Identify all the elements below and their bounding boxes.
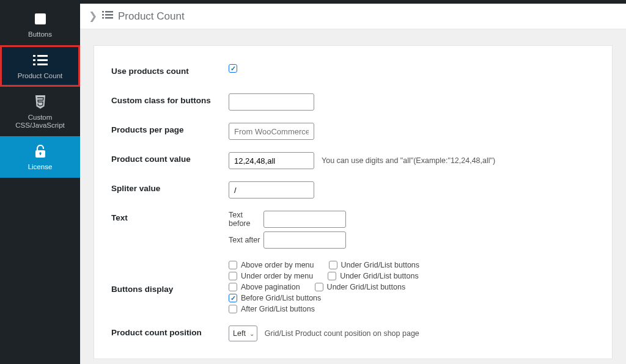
checkbox-label: Above pagination bbox=[241, 283, 300, 291]
sidebar: Buttons Product Count Custom CSS/JavaScr… bbox=[0, 0, 80, 364]
page-title: Product Count bbox=[118, 10, 185, 23]
label-text-before: Text before bbox=[229, 211, 263, 228]
label-spliter: Spliter value bbox=[111, 181, 229, 193]
select-position[interactable]: Left ⌄ bbox=[229, 326, 257, 341]
checkbox-display-2[interactable] bbox=[229, 272, 237, 280]
input-text-before[interactable] bbox=[263, 211, 346, 228]
checkbox-label: Under Grid/List buttons bbox=[341, 261, 420, 269]
sidebar-item-label: Product Count bbox=[18, 72, 63, 81]
row-use-products-count: Use products count bbox=[111, 64, 595, 82]
row-spliter: Spliter value bbox=[111, 181, 595, 200]
row-buttons-display: Buttons display Above order by menu Unde… bbox=[111, 261, 595, 315]
label-text-after: Text after bbox=[229, 236, 263, 244]
checkbox-display-3[interactable] bbox=[328, 272, 336, 280]
row-custom-class: Custom class for buttons bbox=[111, 93, 595, 112]
checkbox-display-5[interactable] bbox=[315, 283, 323, 291]
select-value: Left bbox=[233, 329, 246, 338]
svg-rect-4 bbox=[37, 59, 48, 61]
buttons-icon bbox=[32, 11, 48, 27]
sidebar-item-label: License bbox=[28, 163, 53, 172]
unlock-icon bbox=[32, 144, 48, 159]
hint-count-value: You can use digits and "all"(Example:"12… bbox=[322, 156, 495, 165]
label-position: Product count position bbox=[111, 326, 229, 337]
input-text-after[interactable] bbox=[263, 231, 346, 249]
main-area: ❯ Product Count Use products count Custo… bbox=[80, 0, 626, 364]
label-count-value: Product count value bbox=[111, 152, 229, 164]
checkbox-label: Under Grid/List buttons bbox=[327, 283, 406, 291]
hint-position: Grid/List Product count position on shop… bbox=[265, 329, 419, 338]
svg-rect-12 bbox=[102, 14, 104, 16]
row-text: Text Text before Text after bbox=[111, 211, 595, 250]
chevron-down-icon: ⌄ bbox=[249, 330, 254, 337]
row-count-value: Product count value You can use digits a… bbox=[111, 152, 595, 170]
app-root: Buttons Product Count Custom CSS/JavaScr… bbox=[0, 0, 626, 364]
css-icon bbox=[32, 94, 48, 110]
checkbox-display-0[interactable] bbox=[229, 261, 237, 269]
sidebar-item-buttons[interactable]: Buttons bbox=[0, 4, 80, 45]
checkbox-label: Under order by menu bbox=[241, 272, 313, 280]
checkbox-display-6[interactable] bbox=[229, 294, 237, 302]
checkbox-label: Above order by menu bbox=[241, 261, 314, 269]
top-bar bbox=[0, 0, 626, 4]
svg-rect-5 bbox=[33, 64, 35, 65]
input-per-page[interactable] bbox=[229, 123, 314, 140]
svg-rect-10 bbox=[102, 11, 104, 13]
label-text: Text bbox=[111, 211, 229, 222]
label-per-page: Products per page bbox=[111, 123, 229, 134]
checkbox-display-1[interactable] bbox=[329, 261, 337, 269]
sidebar-item-product-count[interactable]: Product Count bbox=[0, 45, 80, 87]
svg-rect-0 bbox=[35, 13, 46, 24]
checkbox-display-4[interactable] bbox=[229, 283, 237, 291]
checkbox-label: Under Grid/List buttons bbox=[340, 272, 419, 280]
input-count-value[interactable] bbox=[229, 152, 314, 169]
svg-rect-15 bbox=[105, 17, 113, 19]
svg-rect-14 bbox=[102, 17, 104, 19]
checkbox-use-products-count[interactable] bbox=[229, 64, 237, 73]
sidebar-item-license[interactable]: License bbox=[0, 136, 80, 178]
list-icon bbox=[32, 53, 48, 68]
sidebar-item-label: Custom CSS/JavaScript bbox=[2, 114, 78, 131]
svg-rect-6 bbox=[37, 64, 48, 65]
checkbox-label: Before Grid/List buttons bbox=[241, 294, 321, 302]
chevron-right-icon: ❯ bbox=[89, 10, 97, 23]
input-spliter[interactable] bbox=[229, 181, 314, 198]
content-wrap: Use products count Custom class for butt… bbox=[80, 29, 626, 364]
row-position: Product count position Left ⌄ Grid/List … bbox=[111, 326, 595, 344]
sidebar-item-label: Buttons bbox=[28, 31, 52, 39]
panel-header: ❯ Product Count bbox=[80, 4, 626, 29]
svg-rect-11 bbox=[105, 11, 113, 13]
svg-rect-13 bbox=[105, 14, 113, 16]
input-custom-class[interactable] bbox=[229, 93, 314, 111]
label-buttons-display: Buttons display bbox=[111, 282, 229, 294]
row-per-page: Products per page bbox=[111, 123, 595, 141]
checkbox-label: After Grid/List buttons bbox=[241, 305, 315, 313]
svg-rect-9 bbox=[40, 153, 41, 155]
svg-rect-3 bbox=[33, 59, 35, 61]
svg-rect-2 bbox=[37, 55, 48, 57]
checkbox-display-7[interactable] bbox=[229, 305, 237, 313]
svg-rect-1 bbox=[33, 55, 35, 57]
list-header-icon bbox=[102, 10, 113, 23]
settings-card: Use products count Custom class for butt… bbox=[94, 45, 613, 359]
label-use-products-count: Use products count bbox=[111, 64, 229, 76]
label-custom-class: Custom class for buttons bbox=[111, 93, 229, 105]
sidebar-item-custom-css-js[interactable]: Custom CSS/JavaScript bbox=[0, 87, 80, 137]
